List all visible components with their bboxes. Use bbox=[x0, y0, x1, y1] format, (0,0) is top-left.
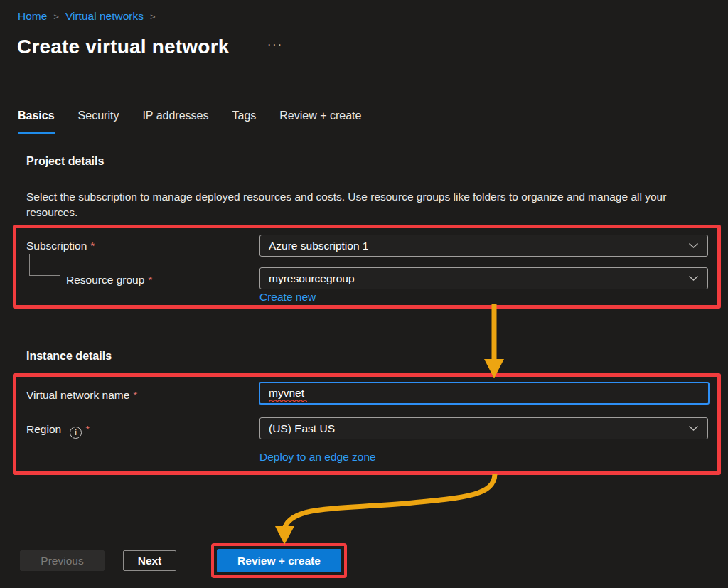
breadcrumb: Home > Virtual networks > bbox=[18, 10, 156, 23]
page-title: Create virtual network bbox=[17, 36, 230, 58]
tab-ip-addresses[interactable]: IP addresses bbox=[142, 109, 208, 134]
project-details-description: Select the subscription to manage deploy… bbox=[26, 189, 702, 220]
more-options-icon[interactable]: ··· bbox=[267, 38, 283, 51]
resource-group-dropdown[interactable]: myresourcegroup bbox=[259, 267, 708, 289]
arrow-curved-icon bbox=[275, 474, 495, 545]
required-asterisk: * bbox=[133, 389, 137, 401]
annotation-arrows bbox=[0, 0, 728, 588]
region-dropdown[interactable]: (US) East US bbox=[259, 417, 708, 439]
footer-divider bbox=[0, 528, 728, 528]
region-label: Regioni* bbox=[26, 423, 90, 439]
tab-tags[interactable]: Tags bbox=[232, 109, 256, 134]
virtual-network-name-label: Virtual network name* bbox=[26, 389, 137, 402]
virtual-network-name-label-text: Virtual network name bbox=[26, 389, 129, 401]
tab-bar: Basics Security IP addresses Tags Review… bbox=[18, 109, 361, 134]
spellcheck-squiggle bbox=[269, 400, 307, 402]
create-new-link[interactable]: Create new bbox=[259, 291, 316, 304]
tab-review-create[interactable]: Review + create bbox=[279, 109, 361, 134]
deploy-edge-zone-link[interactable]: Deploy to an edge zone bbox=[259, 451, 376, 464]
tab-basics[interactable]: Basics bbox=[18, 109, 55, 134]
resource-group-label: Resource group* bbox=[66, 274, 152, 287]
required-asterisk: * bbox=[85, 423, 90, 435]
instance-details-heading: Instance details bbox=[26, 350, 112, 363]
info-icon[interactable]: i bbox=[70, 427, 82, 439]
resource-group-label-text: Resource group bbox=[66, 274, 144, 286]
project-details-heading: Project details bbox=[26, 155, 104, 168]
breadcrumb-chevron-icon: > bbox=[150, 11, 156, 22]
next-button[interactable]: Next bbox=[123, 550, 176, 571]
arrow-down-icon bbox=[484, 304, 504, 378]
subscription-dropdown-value: Azure subscription 1 bbox=[269, 240, 368, 252]
tab-security[interactable]: Security bbox=[78, 109, 119, 134]
region-dropdown-value: (US) East US bbox=[269, 422, 335, 435]
virtual-network-name-input[interactable]: myvnet bbox=[259, 382, 710, 405]
required-asterisk: * bbox=[90, 240, 95, 252]
resource-group-dropdown-value: myresourcegroup bbox=[269, 272, 355, 285]
review-create-button[interactable]: Review + create bbox=[217, 549, 341, 572]
create-virtual-network-page: Home > Virtual networks > Create virtual… bbox=[0, 0, 728, 588]
chevron-down-icon bbox=[688, 275, 699, 282]
breadcrumb-home-link[interactable]: Home bbox=[18, 10, 47, 23]
chevron-down-icon bbox=[688, 242, 699, 249]
subscription-dropdown[interactable]: Azure subscription 1 bbox=[259, 235, 708, 257]
virtual-network-name-value: myvnet bbox=[269, 387, 304, 400]
field-indent-connector bbox=[29, 254, 60, 276]
subscription-label-text: Subscription bbox=[26, 240, 87, 252]
subscription-label: Subscription* bbox=[26, 240, 95, 252]
required-asterisk: * bbox=[148, 274, 152, 286]
previous-button[interactable]: Previous bbox=[20, 550, 105, 571]
breadcrumb-chevron-icon: > bbox=[53, 11, 59, 22]
chevron-down-icon bbox=[688, 425, 699, 432]
breadcrumb-virtual-networks-link[interactable]: Virtual networks bbox=[65, 10, 144, 23]
region-label-text: Region bbox=[26, 423, 61, 435]
